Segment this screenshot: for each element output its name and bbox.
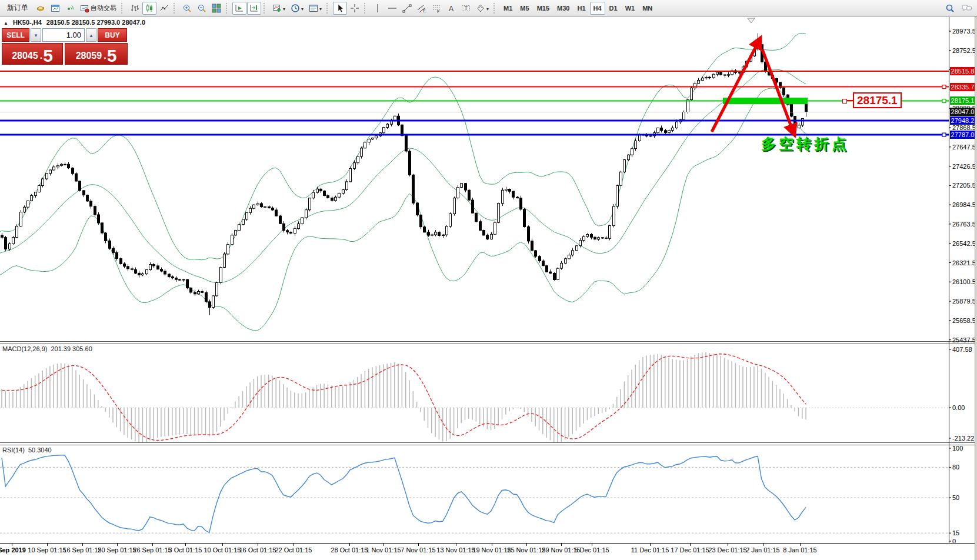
- bar-chart-icon[interactable]: [128, 2, 142, 15]
- line-chart-icon[interactable]: [157, 2, 171, 15]
- svg-text:5 Dec 01:15: 5 Dec 01:15: [574, 546, 609, 554]
- indicators-icon: [272, 4, 282, 13]
- gold-stack-icon[interactable]: [34, 2, 48, 15]
- svg-text:28973.5: 28973.5: [952, 28, 976, 35]
- fibonacci-tool[interactable]: F: [429, 2, 444, 15]
- toolbar: 新订单 自动交易: [0, 0, 977, 16]
- timeframe-w1[interactable]: W1: [622, 2, 639, 15]
- timeframe-m15[interactable]: M15: [533, 2, 553, 15]
- svg-text:26763.5: 26763.5: [952, 221, 976, 228]
- chart-shift-marker[interactable]: [748, 18, 755, 23]
- templates-button[interactable]: [306, 2, 324, 15]
- up-arrow-icon: [90, 32, 93, 38]
- svg-text:23 Dec 01:15: 23 Dec 01:15: [708, 546, 746, 554]
- timeframe-h1[interactable]: H1: [573, 2, 589, 15]
- bar-chart-glyph: [130, 4, 139, 13]
- dropdown-arrow-icon: [283, 5, 285, 12]
- sell-button[interactable]: SELL: [2, 28, 29, 42]
- timeframe-mn[interactable]: MN: [639, 2, 656, 15]
- new-order-button[interactable]: 新订单: [2, 2, 33, 15]
- toolbar-grip: [174, 3, 177, 14]
- buy-price-pips: 5: [107, 49, 117, 63]
- main-pane: [0, 33, 949, 330]
- price-callout-label: 28175.1: [853, 92, 902, 108]
- shapes-tool[interactable]: [474, 2, 491, 15]
- svg-text:407.58: 407.58: [952, 346, 972, 353]
- periods-button[interactable]: [288, 2, 306, 15]
- zoom-in-icon[interactable]: [180, 2, 194, 15]
- rsi-pane: [0, 455, 949, 533]
- svg-text:16 Oct 01:15: 16 Oct 01:15: [239, 546, 276, 554]
- svg-text:13 Nov 01:15: 13 Nov 01:15: [436, 546, 475, 554]
- crosshair-tool[interactable]: [348, 2, 362, 15]
- trendline-tool[interactable]: [400, 2, 414, 15]
- trendline-icon: [402, 4, 412, 13]
- text-tool[interactable]: A: [444, 2, 458, 15]
- turning-point-annotation: 多空转折点: [761, 134, 849, 154]
- svg-text:16 Sep 01:15: 16 Sep 01:15: [63, 546, 101, 554]
- tile-windows-icon[interactable]: [209, 2, 224, 15]
- vertical-line-tool[interactable]: [371, 2, 385, 15]
- cursor-tool[interactable]: [333, 2, 347, 15]
- chart-canvas[interactable]: 28973.528752.528531.528310.528089.527868…: [0, 0, 977, 560]
- channel-icon: E: [417, 4, 426, 13]
- signal-glyph: [65, 4, 75, 13]
- timeframe-m5[interactable]: M5: [516, 2, 532, 15]
- chart-shift-glyph: [249, 4, 259, 13]
- autotrading-button[interactable]: 自动交易: [78, 2, 119, 15]
- svg-text:10 Sep 01:15: 10 Sep 01:15: [28, 546, 66, 554]
- vertical-line-icon: [373, 4, 382, 13]
- sell-price-box[interactable]: 28045.5: [2, 43, 63, 65]
- symbol-ohlc-line: HK50-,H4 28150.5 28150.5 27993.0 28047.0: [4, 19, 145, 26]
- toolbar-grip: [264, 3, 267, 14]
- chat-button[interactable]: [959, 2, 975, 15]
- buy-price-box[interactable]: 28059.5: [65, 43, 128, 65]
- chat-icon: [962, 4, 972, 13]
- macd-values: 201.39 305.60: [51, 345, 92, 352]
- svg-text:11 Dec 01:15: 11 Dec 01:15: [631, 546, 669, 554]
- timeframe-h4[interactable]: H4: [590, 2, 605, 15]
- sell-price-main: 28045: [12, 51, 38, 61]
- shapes-icon: [476, 4, 485, 13]
- horizontal-line-icon: [388, 4, 397, 13]
- horizontal-line-tool[interactable]: [385, 2, 399, 15]
- autotrading-icon: [80, 4, 89, 13]
- signal-icon[interactable]: [63, 2, 77, 15]
- tile-windows-glyph: [212, 4, 221, 13]
- svg-text:26 Sep 01:15: 26 Sep 01:15: [133, 546, 171, 554]
- sell-price-dot: .: [40, 51, 42, 61]
- macd-name: MACD(12,26,9): [2, 345, 47, 352]
- chart-shift-icon[interactable]: [247, 2, 261, 15]
- macd-indicator-label: MACD(12,26,9) 201.39 305.60: [2, 345, 92, 352]
- search-button[interactable]: [943, 2, 957, 15]
- svg-text:0.00: 0.00: [952, 404, 965, 411]
- volume-input[interactable]: [42, 28, 85, 42]
- window-edge-strip: [975, 0, 977, 560]
- svg-text:26542.5: 26542.5: [952, 240, 976, 247]
- svg-text:26984.5: 26984.5: [952, 201, 976, 208]
- cursor-icon: [335, 4, 345, 13]
- volume-decrease-button[interactable]: [31, 28, 41, 42]
- candlestick-chart-icon[interactable]: [142, 2, 156, 15]
- timeframe-m30[interactable]: M30: [553, 2, 573, 15]
- svg-text:10 Oct 01:15: 10 Oct 01:15: [204, 546, 241, 554]
- svg-text:27647.5: 27647.5: [952, 144, 976, 151]
- label-tool[interactable]: T: [459, 2, 473, 15]
- channel-tool[interactable]: E: [415, 2, 429, 15]
- template-icon: [309, 4, 318, 13]
- indicators-button[interactable]: [270, 2, 288, 15]
- text-tool-letter: A: [449, 4, 454, 12]
- auto-scroll-icon[interactable]: [232, 2, 246, 15]
- timeframe-m1[interactable]: M1: [500, 2, 516, 15]
- crosshair-icon: [350, 4, 359, 13]
- svg-text:27426.5: 27426.5: [952, 163, 976, 170]
- mt4-terminal: 新订单 自动交易: [0, 0, 977, 560]
- autotrading-label: 自动交易: [91, 4, 116, 12]
- zoom-out-icon[interactable]: [195, 2, 209, 15]
- chart-window-icon[interactable]: [48, 2, 62, 15]
- timeframe-d1[interactable]: D1: [606, 2, 621, 15]
- volume-increase-button[interactable]: [86, 28, 96, 42]
- buy-button[interactable]: BUY: [98, 28, 127, 42]
- fibonacci-letter: F: [437, 9, 439, 13]
- svg-text:17 Dec 01:15: 17 Dec 01:15: [671, 546, 709, 554]
